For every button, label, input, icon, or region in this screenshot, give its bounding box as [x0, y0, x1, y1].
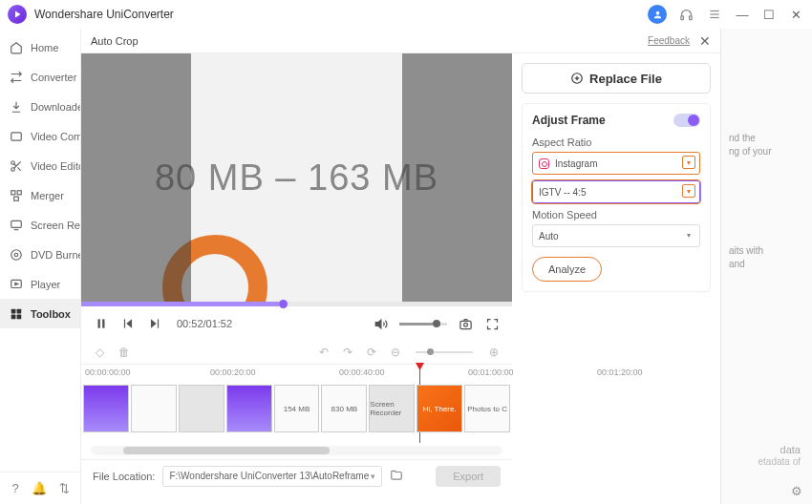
timeline-thumb[interactable]: 154 MB — [274, 385, 320, 432]
menu-icon[interactable] — [705, 5, 724, 24]
ratio-select[interactable]: IGTV -- 4:5 ▾ — [532, 180, 700, 203]
dvd-icon — [10, 248, 23, 262]
browse-folder-icon[interactable] — [390, 469, 403, 484]
minimize-button[interactable]: — — [734, 6, 751, 23]
svg-rect-20 — [11, 314, 16, 319]
video-controls: 00:52/01:52 — [81, 306, 512, 341]
pause-button[interactable] — [93, 315, 110, 332]
timeline-thumb[interactable] — [83, 385, 129, 432]
timeline-thumbs[interactable]: 154 MB830 MBScreen RecorderHi, There.Pho… — [81, 385, 512, 442]
sidebar-item-player[interactable]: Player — [0, 269, 80, 299]
sidebar-item-converter[interactable]: Converter — [0, 62, 80, 92]
timeline-thumb[interactable] — [179, 385, 224, 432]
close-button[interactable]: ✕ — [787, 6, 804, 23]
sidebar-item-compressor[interactable]: Video Compressor — [0, 121, 80, 151]
svg-point-30 — [463, 323, 467, 326]
file-location-select[interactable]: F:\Wondershare UniConverter 13\AutoRefra… — [162, 466, 382, 487]
replace-file-button[interactable]: Replace File — [522, 63, 711, 94]
redo-icon[interactable]: ↷ — [340, 346, 354, 359]
svg-point-7 — [11, 160, 15, 164]
svg-rect-25 — [124, 319, 125, 327]
sidebar-item-home[interactable]: Home — [0, 32, 80, 62]
notifications-icon[interactable]: 🔔 — [32, 481, 47, 495]
autocrop-close-icon[interactable]: ✕ — [699, 33, 711, 49]
prev-button[interactable] — [119, 315, 137, 332]
titlebar: Wondershare UniConverter — ☐ ✕ — [0, 0, 812, 29]
adjust-frame-toggle[interactable] — [673, 114, 700, 127]
snapshot-icon[interactable] — [457, 315, 474, 332]
svg-rect-19 — [17, 308, 22, 313]
settings-side: Replace File Adjust Frame Aspect Ratio I… — [512, 53, 720, 504]
sidebar-item-toolbox[interactable]: Toolbox — [0, 299, 80, 328]
next-button[interactable] — [146, 315, 163, 332]
feedback-link[interactable]: Feedback — [648, 35, 690, 46]
platform-value: Instagram — [555, 158, 597, 169]
fullscreen-icon[interactable] — [483, 315, 501, 332]
timeline-thumb[interactable]: Hi, There. — [417, 385, 462, 432]
timeline-toolbar: ◇ 🗑 ↶ ↷ ⟳ ⊖ ⊕ — [81, 341, 512, 364]
svg-rect-22 — [98, 319, 100, 327]
timeline-thumb[interactable]: 830 MB — [321, 385, 367, 432]
zoom-slider[interactable] — [416, 351, 473, 353]
chevron-down-icon: ▾ — [682, 184, 695, 198]
svg-rect-23 — [102, 319, 104, 327]
analyze-button[interactable]: Analyze — [532, 257, 602, 282]
undo-icon[interactable]: ↶ — [316, 346, 331, 359]
adjust-frame-panel: Adjust Frame Aspect Ratio Instagram ▾ IG… — [522, 103, 711, 292]
svg-rect-2 — [689, 15, 692, 19]
svg-rect-9 — [11, 190, 15, 194]
sidebar-item-merger[interactable]: Merger — [0, 180, 80, 210]
sidebar-label: Downloader — [31, 101, 81, 113]
timecode: 00:52/01:52 — [177, 318, 232, 329]
sidebar-item-downloader[interactable]: Downloader — [0, 92, 80, 121]
timeline-thumb[interactable] — [226, 385, 272, 432]
motion-speed-label: Motion Speed — [532, 209, 700, 220]
app-logo — [8, 5, 27, 24]
replace-label: Replace File — [589, 72, 662, 86]
video-progress[interactable] — [81, 302, 512, 306]
export-button[interactable]: Export — [436, 466, 501, 487]
timeline-thumb[interactable]: Screen Recorder — [369, 385, 415, 432]
transfer-icon[interactable]: ⇅ — [59, 481, 70, 495]
timeline-thumb[interactable]: Photos to C — [464, 385, 510, 432]
refresh-icon[interactable]: ⟳ — [364, 346, 378, 359]
maximize-button[interactable]: ☐ — [760, 6, 778, 23]
autocrop-header: Auto Crop Feedback ✕ — [81, 29, 720, 53]
chevron-down-icon: ▾ — [682, 156, 695, 169]
crop-mask-right — [402, 53, 512, 302]
instagram-icon — [539, 158, 549, 169]
add-clip-icon[interactable]: ◇ — [93, 346, 107, 359]
timeline-ruler[interactable]: 00:00:00:00 00:00:20:00 00:00:40:00 00:0… — [81, 364, 512, 385]
sidebar-item-editor[interactable]: Video Editor — [0, 151, 80, 180]
svg-point-0 — [655, 10, 659, 14]
platform-select[interactable]: Instagram ▾ — [532, 152, 700, 175]
download-icon — [10, 100, 23, 114]
video-area: 80 MB – 163 MB 00:52/ — [81, 53, 512, 504]
volume-slider[interactable] — [399, 323, 447, 326]
headset-icon[interactable] — [676, 5, 695, 24]
timeline-scrollbar[interactable] — [91, 446, 502, 455]
sidebar-label: Merger — [31, 190, 64, 201]
sidebar-item-dvd[interactable]: DVD Burner — [0, 240, 80, 269]
scissors-icon — [10, 159, 23, 173]
account-icon[interactable] — [648, 5, 667, 24]
sidebar-label: Converter — [31, 72, 76, 83]
delete-clip-icon[interactable]: 🗑 — [117, 346, 131, 359]
adjust-frame-title: Adjust Frame — [532, 114, 606, 127]
svg-marker-17 — [15, 283, 18, 284]
motion-select[interactable]: Auto ▾ — [532, 224, 700, 247]
zoom-out-icon[interactable]: ⊖ — [388, 346, 402, 359]
svg-point-14 — [11, 249, 22, 260]
volume-icon[interactable] — [373, 315, 390, 332]
timeline-thumb[interactable] — [131, 385, 177, 432]
zoom-in-icon[interactable]: ⊕ — [486, 346, 501, 359]
svg-rect-21 — [17, 314, 22, 319]
sidebar-item-recorder[interactable]: Screen Recorder — [0, 210, 80, 240]
file-path: F:\Wondershare UniConverter 13\AutoRefra… — [169, 471, 369, 481]
sidebar-label: Player — [31, 279, 60, 290]
help-icon[interactable]: ? — [11, 481, 18, 495]
settings-gear-icon[interactable]: ⚙ — [791, 484, 802, 498]
svg-rect-18 — [11, 308, 16, 313]
video-preview[interactable]: 80 MB – 163 MB — [81, 53, 512, 302]
work-area: nd theng of your aits withand data etada… — [81, 29, 812, 504]
